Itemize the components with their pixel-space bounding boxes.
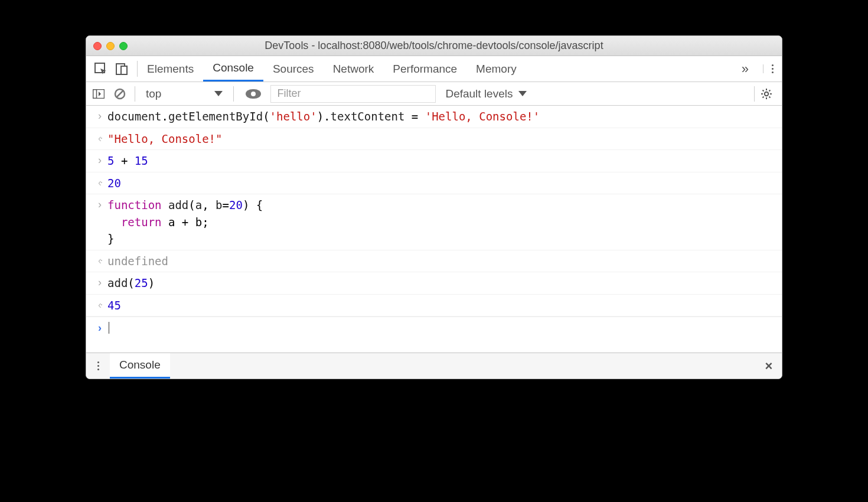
console-toolbar: top Default levels bbox=[86, 82, 782, 106]
console-output-row: ‹⋅45 bbox=[86, 295, 782, 317]
devtools-menu-button[interactable] bbox=[763, 64, 782, 73]
clear-console-icon[interactable] bbox=[111, 88, 129, 100]
tabs-overflow-button[interactable]: » bbox=[732, 61, 758, 77]
output-arrow-icon: ‹⋅ bbox=[92, 175, 107, 191]
devtools-window: DevTools - localhost:8080/web/tools/chro… bbox=[86, 35, 782, 379]
svg-line-15 bbox=[769, 90, 771, 91]
console-output-row: ‹⋅20 bbox=[86, 172, 782, 195]
code-text: add(25) bbox=[107, 275, 155, 292]
close-window-button[interactable] bbox=[93, 42, 102, 50]
console-settings-icon[interactable] bbox=[754, 86, 778, 102]
separator bbox=[233, 86, 234, 102]
drawer: Console × bbox=[86, 353, 782, 379]
devtools-tabbar: ElementsConsoleSourcesNetworkPerformance… bbox=[86, 56, 782, 82]
device-toolbar-icon[interactable] bbox=[116, 63, 129, 76]
zoom-window-button[interactable] bbox=[119, 42, 128, 50]
code-text: function add(a, b=20) { return a + b; } bbox=[107, 197, 263, 247]
console-output-row: ‹⋅undefined bbox=[86, 250, 782, 273]
drawer-tab-console[interactable]: Console bbox=[110, 353, 170, 379]
window-title: DevTools - localhost:8080/web/tools/chro… bbox=[93, 40, 775, 52]
console-output: ›document.getElementById('hello').textCo… bbox=[86, 106, 782, 317]
output-arrow-icon: ‹⋅ bbox=[92, 297, 107, 313]
input-arrow-icon: › bbox=[92, 108, 107, 124]
svg-rect-4 bbox=[93, 89, 97, 98]
input-arrow-icon: › bbox=[92, 152, 107, 168]
svg-line-14 bbox=[763, 96, 764, 97]
live-expression-icon[interactable] bbox=[246, 89, 261, 99]
toggle-console-sidebar-icon[interactable] bbox=[90, 89, 107, 99]
console-input[interactable] bbox=[107, 322, 109, 334]
console-prompt-row[interactable]: › bbox=[86, 317, 782, 353]
tab-console[interactable]: Console bbox=[203, 56, 263, 82]
code-text: undefined bbox=[107, 253, 168, 270]
output-arrow-icon: ‹⋅ bbox=[92, 131, 107, 146]
svg-point-7 bbox=[765, 92, 768, 95]
minimize-window-button[interactable] bbox=[106, 42, 115, 50]
tab-performance[interactable]: Performance bbox=[383, 56, 466, 82]
svg-line-12 bbox=[763, 90, 764, 91]
log-levels-select[interactable]: Default levels bbox=[439, 87, 533, 100]
input-arrow-icon: › bbox=[92, 275, 107, 291]
svg-line-13 bbox=[769, 96, 771, 97]
execution-context-value: top bbox=[146, 87, 161, 100]
chevron-down-icon bbox=[214, 91, 223, 96]
separator bbox=[135, 86, 135, 102]
console-input-row: ›function add(a, b=20) { return a + b; } bbox=[86, 194, 782, 250]
inspect-toolbar bbox=[86, 56, 137, 82]
filter-input[interactable] bbox=[270, 85, 436, 103]
svg-line-6 bbox=[116, 90, 123, 97]
tab-sources[interactable]: Sources bbox=[263, 56, 324, 82]
drawer-tab-label: Console bbox=[119, 358, 161, 371]
chevron-down-icon bbox=[518, 91, 527, 96]
code-text: 20 bbox=[107, 175, 121, 192]
log-levels-label: Default levels bbox=[445, 87, 513, 100]
execution-context-select[interactable]: top bbox=[141, 87, 227, 100]
console-input-row: ›add(25) bbox=[86, 272, 782, 295]
output-arrow-icon: ‹⋅ bbox=[92, 253, 107, 269]
console-input-row: ›5 + 15 bbox=[86, 150, 782, 172]
drawer-menu-button[interactable] bbox=[86, 353, 110, 379]
titlebar: DevTools - localhost:8080/web/tools/chro… bbox=[86, 36, 782, 56]
code-text: document.getElementById('hello').textCon… bbox=[107, 108, 540, 125]
console-output-row: ‹⋅"Hello, Console!" bbox=[86, 128, 782, 151]
code-text: "Hello, Console!" bbox=[107, 131, 222, 148]
code-text: 5 + 15 bbox=[107, 152, 148, 169]
traffic-lights bbox=[93, 42, 128, 50]
tab-network[interactable]: Network bbox=[324, 56, 384, 82]
tab-memory[interactable]: Memory bbox=[466, 56, 526, 82]
input-arrow-icon: › bbox=[92, 197, 107, 213]
code-text: 45 bbox=[107, 297, 121, 314]
close-drawer-button[interactable]: × bbox=[756, 353, 782, 379]
console-input-row: ›document.getElementById('hello').textCo… bbox=[86, 106, 782, 128]
prompt-arrow-icon: › bbox=[92, 322, 107, 334]
svg-rect-2 bbox=[121, 66, 127, 74]
inspect-element-icon[interactable] bbox=[94, 63, 107, 76]
tab-elements[interactable]: Elements bbox=[138, 56, 203, 82]
